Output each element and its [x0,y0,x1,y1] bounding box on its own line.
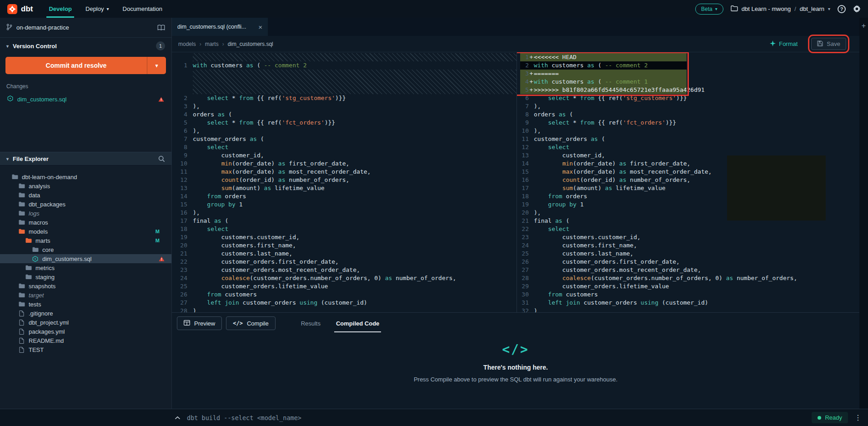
code-line[interactable]: 10), [517,127,868,135]
code-line[interactable]: 8orders as ( [517,110,868,119]
code-line[interactable]: 1with customers as ( -- comment 2 [172,61,517,70]
tree-item-TEST[interactable]: TEST [0,345,171,354]
file-explorer-header[interactable]: ▾ File Explorer [0,152,171,165]
code-line[interactable]: 11 max(order_date) as most_recent_order_… [172,168,517,176]
code-line[interactable]: 25 customer_orders.lifetime_value [172,282,517,291]
code-line[interactable]: 22 select [517,225,868,233]
tree-item-.gitignore[interactable]: .gitignore [0,309,171,318]
tree-item-marts[interactable]: martsM [0,236,171,245]
tree-item-analysis[interactable]: analysis [0,181,171,190]
tree-item-dbt-learn-on-demand[interactable]: dbt-learn-on-demand [0,172,171,181]
status-badge[interactable]: Ready [812,412,848,423]
code-line[interactable]: 4+with customers as ( -- comment 1 [517,78,868,86]
code-line[interactable]: 25 customers.last_name, [517,250,868,258]
code-line[interactable]: 14 from orders [172,192,517,200]
code-line[interactable]: 27 customer_orders.most_recent_order_dat… [517,266,868,274]
code-line[interactable]: 17final as ( [172,217,517,225]
code-line[interactable]: 7), [517,102,868,110]
code-line[interactable]: 6), [172,127,517,135]
account-selector[interactable]: dbt Learn - mwong / dbt_learn ▾ [731,5,830,13]
commit-and-resolve-button[interactable]: Commit and resolve ▾ [5,57,166,74]
code-line[interactable]: 12 select [517,143,868,151]
code-line[interactable]: 29 customer_orders.lifetime_value [517,282,868,291]
code-line[interactable]: 9 select * from {{ ref('fct_orders')}} [517,119,868,127]
code-line[interactable]: 31 left join customer_orders using (cust… [517,299,868,307]
kebab-menu-icon[interactable]: ⋮ [854,413,862,422]
search-icon[interactable] [158,155,165,162]
code-line[interactable]: 28 coalesce(customer_orders.number_of_or… [517,274,868,282]
docs-book-icon[interactable] [157,25,165,31]
code-line[interactable]: 6 select * from {{ ref('stg_customers')}… [517,94,868,102]
nav-tab-deploy[interactable]: Deploy ▾ [79,0,116,18]
compile-button[interactable]: </> Compile [226,316,275,330]
preview-button[interactable]: Preview [177,316,222,330]
breadcrumb-item[interactable]: models [178,41,196,47]
breadcrumb-item[interactable]: dim_customers.sql [228,41,273,47]
settings-gear-icon[interactable] [853,5,861,13]
code-line[interactable]: 24 customers.first_name, [517,241,868,250]
close-icon[interactable]: × [258,23,262,31]
tree-item-logs[interactable]: logs [0,209,171,218]
chevron-up-icon[interactable] [175,416,181,420]
code-line[interactable]: 3), [172,102,517,110]
new-tab-plus-icon[interactable]: + [862,22,866,409]
tree-item-core[interactable]: core [0,245,171,254]
code-line[interactable]: 2with customers as ( -- comment 2 [517,61,868,70]
code-line[interactable]: 26 customer_orders.first_order_date, [517,258,868,266]
code-line[interactable]: 15 group by 1 [172,200,517,209]
code-line[interactable]: 2 select * from {{ ref('stg_customers')}… [172,94,517,102]
breadcrumb-item[interactable]: marts [205,41,219,47]
nav-tab-documentation[interactable]: Documentation [116,0,169,18]
save-button[interactable]: Save [811,38,846,50]
code-line[interactable]: 1+<<<<<<< HEAD [517,53,868,61]
command-input[interactable]: dbt build --select <model_name> [187,414,805,421]
tree-item-staging[interactable]: staging [0,272,171,281]
code-line[interactable]: 20 customers.first_name, [172,241,517,250]
code-line[interactable]: 30 from customers [517,291,868,299]
tab-results[interactable]: Results [293,313,328,334]
tree-item-models[interactable]: modelsM [0,227,171,236]
changed-file-item[interactable]: dim_customers.sql [0,93,171,105]
help-button[interactable]: ? [838,5,846,13]
code-line[interactable]: 19 customers.customer_id, [172,233,517,241]
tree-item-data[interactable]: data [0,190,171,200]
code-line[interactable]: 11customer_orders as ( [517,135,868,143]
code-line[interactable]: 10 min(order_date) as first_order_date, [172,160,517,168]
code-line[interactable]: 8 select [172,143,517,151]
tree-item-snapshots[interactable]: snapshots [0,281,171,291]
tree-item-target[interactable]: target [0,291,171,300]
tree-item-metrics[interactable]: metrics [0,263,171,272]
code-line[interactable]: 22 customer_orders.first_order_date, [172,258,517,266]
tree-item-dbt_project.yml[interactable]: dbt_project.yml [0,318,171,327]
tree-item-dim_customers.sql[interactable]: dim_customers.sql [0,254,171,263]
nav-tab-develop[interactable]: Develop [42,0,79,18]
dbt-logo-icon[interactable] [7,4,17,14]
code-line[interactable]: 27 left join customer_orders using (cust… [172,299,517,307]
code-line[interactable]: 28) [172,307,517,312]
code-line[interactable]: 18 select [172,225,517,233]
editor-tab[interactable]: dim_customers.sql (confli... × [172,18,268,36]
code-line[interactable]: 9 customer_id, [172,151,517,160]
code-line[interactable]: 26 from customers [172,291,517,299]
version-control-header[interactable]: ▾ Version Control 1 [0,38,171,54]
code-line[interactable]: 32) [517,307,868,312]
tree-item-tests[interactable]: tests [0,300,171,309]
branch-name[interactable]: on-demand-practice [16,24,69,31]
beta-badge[interactable]: Beta ▾ [695,4,723,15]
commit-options-dropdown[interactable]: ▾ [147,57,166,74]
tree-item-macros[interactable]: macros [0,218,171,227]
format-button[interactable]: Format [770,40,798,48]
code-line[interactable]: 16), [172,209,517,217]
code-line[interactable]: 24 coalesce(customer_orders.number_of_or… [172,274,517,282]
editor-left-pane[interactable]: 1with customers as ( -- comment 22 selec… [172,52,517,312]
code-line[interactable]: 13 sum(amount) as lifetime_value [172,184,517,192]
code-line[interactable]: 23 customers.customer_id, [517,233,868,241]
code-line[interactable]: 3+======= [517,70,868,78]
code-line[interactable]: 23 customer_orders.most_recent_order_dat… [172,266,517,274]
code-line[interactable]: 4orders as ( [172,110,517,119]
tree-item-README.md[interactable]: README.md [0,336,171,345]
code-line[interactable]: 12 count(order_id) as number_of_orders, [172,176,517,184]
tab-compiled-code[interactable]: Compiled Code [328,313,387,334]
code-line[interactable]: 5 select * from {{ ref('fct_orders')}} [172,119,517,127]
editor-right-pane[interactable]: 1+<<<<<<< HEAD2with customers as ( -- co… [517,52,868,312]
